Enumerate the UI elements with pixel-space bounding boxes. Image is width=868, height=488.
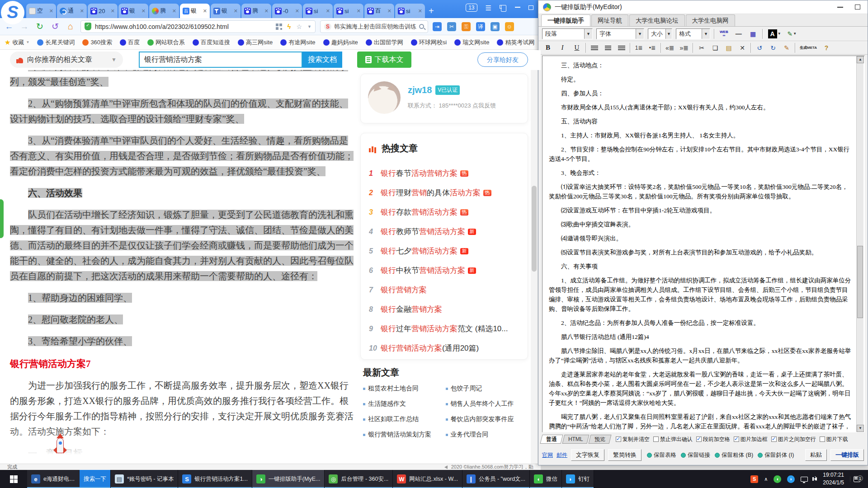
browser-tab-1[interactable]: 空✕	[26, 4, 56, 18]
editor-paragraph[interactable]: 六、有关事项	[549, 262, 854, 271]
browser-tab-8[interactable]: 腾✕	[241, 4, 271, 18]
checkbox-4[interactable]: 图片加边框	[734, 436, 768, 443]
latest-article-link[interactable]: 银行营销活动策划方案	[363, 431, 446, 439]
edit-note-icon[interactable]: ✎	[781, 42, 792, 53]
side-float-widget[interactable]	[0, 199, 4, 238]
chevron-down-icon[interactable]: ▼	[636, 29, 644, 39]
align-center-icon[interactable]	[603, 42, 613, 53]
star-dropdown-icon[interactable]: ▼	[307, 24, 311, 29]
url-text[interactable]: https://www.oh100.com/a/202302/6109502.h…	[95, 23, 272, 30]
help-icon[interactable]: ?	[821, 42, 832, 53]
taskbar-item-3[interactable]: S银行营销活动方案1...	[178, 470, 252, 488]
view-tab-HTML[interactable]: HTML	[562, 435, 590, 444]
one-click-format-button[interactable]: 一键排版	[830, 449, 864, 461]
paragraph-style-select[interactable]: 段落▼	[542, 28, 593, 39]
editor-scroll-thumb[interactable]	[857, 246, 863, 318]
hot-article-item-5[interactable]: 5银行七夕营销活动方案新	[369, 241, 519, 261]
editor-paragraph[interactable]: 1、成立活动筹备工作组。为做好整个活动的组织协调工作，拟成立活动筹备工作组，组长…	[549, 276, 854, 314]
bookmark-item-1[interactable]: 长尾关键词	[37, 38, 75, 47]
horizontal-rule-icon[interactable]: —	[733, 28, 744, 39]
tab-close-icon[interactable]: ✕	[80, 8, 84, 14]
skin-icon[interactable]	[500, 5, 507, 11]
editor-paragraph[interactable]: 2、活动纪念品：为所有参加人员每人准备一份纪念品，按一定标准设置。	[549, 318, 854, 328]
forward-button[interactable]: →	[19, 22, 30, 32]
tab-close-icon[interactable]: ✕	[295, 8, 299, 14]
italic-button[interactable]: I	[557, 42, 568, 53]
avatar[interactable]	[368, 81, 401, 114]
font-color-icon[interactable]: A▼	[767, 28, 783, 39]
browser-tab-6[interactable]: 百银✕	[180, 4, 210, 18]
latest-article-link[interactable]: 餐饮店内部突发事件应	[446, 415, 528, 423]
clock[interactable]: 19:07:212024/1/5	[823, 471, 844, 487]
checkbox-box-icon[interactable]	[734, 436, 739, 442]
bookmark-item-5[interactable]: 百度知道搜	[193, 38, 230, 47]
myeditor-tab-2[interactable]: 网址导航	[591, 14, 628, 26]
keep-option-3[interactable]: 保留粗体 (B)	[715, 451, 753, 459]
tray-expand-icon[interactable]: ∧	[764, 476, 768, 482]
myeditor-title-bar[interactable]: 一键排版助手(MyEditor)	[538, 0, 868, 14]
taskbar-item-4[interactable]: ◑一键排版助手(MyE...	[252, 470, 325, 488]
editor-paragraph[interactable]: ⑸设置节目表演奖和游戏参与奖，对所有上台表演节目的和参加互动游戏的，给予小礼品奖…	[549, 248, 854, 257]
chevron-down-icon[interactable]: ▼	[702, 29, 710, 39]
scroll-up-icon[interactable]: ▲	[857, 56, 864, 63]
smiley-icon[interactable]: ☺	[505, 22, 514, 31]
author-name[interactable]: zjw18 V已认证	[408, 85, 496, 95]
editor-paragraph[interactable]: 五、活动内容	[549, 117, 854, 126]
qr-code-icon[interactable]	[276, 23, 282, 30]
volume-icon[interactable]	[814, 477, 817, 481]
browser-tab-7[interactable]: 银✕	[211, 4, 241, 18]
checkbox-box-icon[interactable]	[696, 436, 702, 442]
hot-article-item-10[interactable]: 10银行营销活动方案 (通用20篇)	[369, 338, 519, 358]
favorite-star-icon[interactable]: ☆	[297, 23, 302, 30]
latest-article-link[interactable]: 租赁农村土地合同	[363, 385, 446, 393]
tab-close-icon[interactable]: ✕	[49, 8, 53, 14]
browser-minimize-button[interactable]	[515, 7, 520, 8]
underline-button[interactable]: U	[571, 42, 583, 53]
refresh-button[interactable]: ↻	[34, 21, 45, 32]
delete-icon[interactable]: ✕	[737, 42, 748, 53]
chevron-down-icon[interactable]: ▼	[665, 29, 672, 39]
latest-article-link[interactable]: 生活随感作文	[363, 400, 446, 408]
hot-article-item-6[interactable]: 6银行中秋节营销活动方案新	[369, 261, 519, 280]
button-繁简转换[interactable]: 繁简转换	[608, 449, 642, 461]
browser-maximize-button[interactable]	[528, 5, 533, 10]
browser-tab-2[interactable]: 通✕	[57, 4, 87, 18]
checkbox-box-icon[interactable]	[616, 436, 621, 442]
browser-tab-4[interactable]: 银✕	[118, 4, 148, 18]
editor-paragraph[interactable]: ⑵设置游戏互动环节：在节目中穿插1-2轮互动游戏项目。	[549, 206, 854, 215]
tab-close-icon[interactable]: ✕	[203, 8, 207, 14]
latest-article-link[interactable]: 社区妇联工作总结	[363, 415, 446, 423]
tab-close-icon[interactable]: ✕	[234, 8, 238, 14]
browser-tab-10[interactable]: si✕	[303, 4, 333, 18]
keep-option-4[interactable]: 保留斜体 (I)	[758, 451, 794, 459]
myeditor-minimize-button[interactable]	[837, 7, 843, 8]
search-icon[interactable]	[419, 24, 424, 29]
hot-article-item-2[interactable]: 2银行理财营销的具体活动方案热	[369, 183, 519, 202]
ordered-list-icon[interactable]: 1≣	[633, 42, 644, 53]
bookmark-item-12[interactable]: 精英考试网	[497, 38, 534, 47]
bookmark-item-3[interactable]: 百度	[120, 38, 140, 47]
recommend-dropdown[interactable]: 向你推荐的相关文章 ▼	[10, 52, 123, 68]
browser-tab-5[interactable]: 腾✕	[149, 4, 179, 18]
editor-paragraph[interactable]: 走进蓬莱居家养老站的老年食堂，大老远就散发着一股八宝粥的香味，走近一看，桌子上还…	[549, 370, 854, 408]
doc-search-input[interactable]: 银行营销活动方案	[139, 52, 302, 68]
scissors-icon[interactable]: ✂	[447, 22, 456, 31]
hot-article-item-9[interactable]: 9银行过年营销活动方案范文 (精选10...	[369, 319, 519, 338]
checkbox-1[interactable]: 复制并清空	[616, 436, 650, 443]
myeditor-tab-3[interactable]: 大学生电脑论坛	[629, 14, 685, 26]
browser-tab-12[interactable]: 百✕	[364, 4, 394, 18]
tab-close-icon[interactable]: ✕	[142, 8, 146, 14]
taskbar-item-7[interactable]: ❙公务员 - "word文...	[462, 470, 530, 488]
bookmark-item-7[interactable]: 有途网site	[280, 38, 315, 47]
tab-close-icon[interactable]: ✕	[172, 8, 176, 14]
latest-article-link[interactable]: 业务代理合同	[446, 431, 528, 439]
size-select[interactable]: 大小▼	[648, 28, 672, 39]
editor-paragraph[interactable]: ⑶歌曲中穿插交谊舞表演。	[549, 220, 854, 229]
editor-paragraph[interactable]: ⑴设置幸运大抽奖环节：设特等奖2名，奖励价值500元物品.一等奖10名，奖励价值…	[549, 182, 854, 201]
bookmarks-menu[interactable]: ★ 收藏 ▼	[5, 38, 29, 47]
taskbar-item-2[interactable]: ▤*账号密码 - 记事本	[111, 470, 178, 488]
myeditor-tab-4[interactable]: 大学生电脑网	[686, 14, 735, 26]
network-icon[interactable]	[801, 477, 808, 482]
security-shield-icon[interactable]	[85, 23, 91, 30]
editor-paragraph[interactable]: 市财政局全体人员155人(含离退休老干部)；XX银行有关人员，约300人左右。	[549, 103, 854, 112]
